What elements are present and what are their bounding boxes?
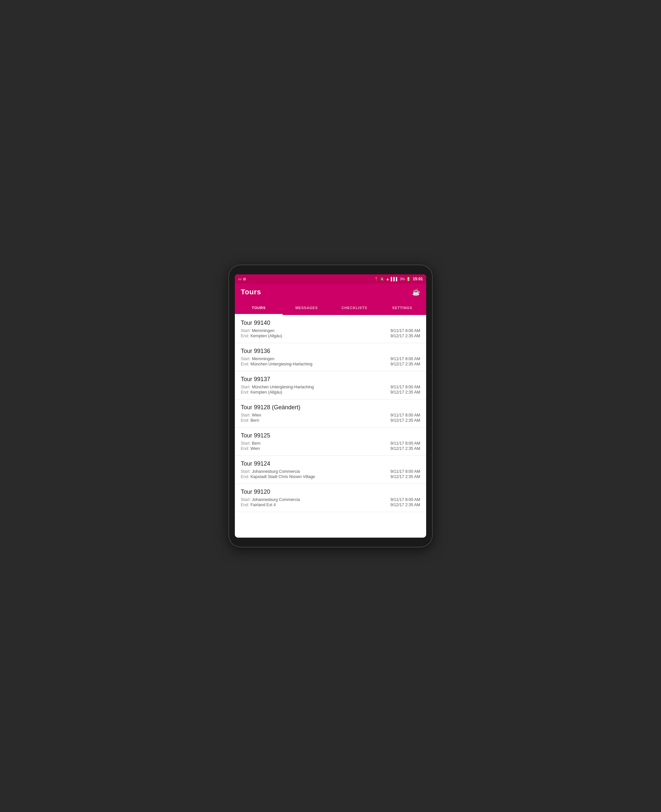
- tab-tours[interactable]: TOURS: [235, 301, 283, 315]
- tour-end-row: End: Kapstadt Stadt Chris Nissen Village…: [241, 474, 420, 479]
- end-location: Fairland Ext 4: [251, 503, 276, 507]
- list-item[interactable]: Tour 99120 Start: Johannesburg Commercia…: [235, 484, 426, 512]
- start-date: 9/11/17 8:00 AM: [390, 497, 420, 502]
- end-label: End:: [241, 474, 249, 479]
- end-date: 9/12/17 2:35 AM: [390, 334, 420, 338]
- end-label: End:: [241, 446, 249, 451]
- end-label: End:: [241, 390, 249, 395]
- list-item[interactable]: Tour 99128 (Geändert) Start: Wien 9/11/1…: [235, 400, 426, 428]
- end-date: 9/12/17 2:35 AM: [390, 390, 420, 395]
- app-title: Tours: [241, 288, 261, 296]
- tour-start-row: Start: Bern 9/11/17 8:00 AM: [241, 441, 420, 446]
- tour-start-row: Start: Johannesburg Commercia 9/11/17 8:…: [241, 469, 420, 474]
- start-location: Wien: [252, 413, 261, 417]
- start-label: Start:: [241, 469, 251, 474]
- tab-bar: TOURS MESSAGES CHECKLISTS SETTINGS: [235, 301, 426, 315]
- location-icon: 📍: [374, 277, 378, 281]
- list-item[interactable]: Tour 99140 Start: Memmingen 9/11/17 8:00…: [235, 315, 426, 343]
- tour-end-row: End: Kempten (Allgäu) 9/12/17 2:35 AM: [241, 390, 420, 395]
- end-location: Kapstadt Stadt Chris Nissen Village: [251, 474, 315, 479]
- start-date: 9/11/17 8:00 AM: [390, 469, 420, 474]
- end-date: 9/12/17 2:35 AM: [390, 503, 420, 507]
- list-item[interactable]: Tour 99137 Start: München Untergiesing-H…: [235, 371, 426, 400]
- tour-end-row: End: Bern 9/12/17 2:35 AM: [241, 418, 420, 423]
- tour-title: Tour 99120: [241, 489, 420, 495]
- tour-start-row: Start: München Untergiesing-Harlaching 9…: [241, 385, 420, 389]
- clock-time: 15:01: [413, 277, 423, 281]
- start-label: Start:: [241, 328, 251, 333]
- tour-end-location-group: End: Kempten (Allgäu): [241, 334, 282, 338]
- end-date: 9/12/17 2:35 AM: [390, 474, 420, 479]
- mute-icon: 🔇: [380, 277, 385, 281]
- tab-messages[interactable]: MESSAGES: [283, 301, 330, 315]
- end-location: Kempten (Allgäu): [251, 390, 283, 395]
- end-label: End:: [241, 503, 249, 507]
- wifi-icon: ▲: [386, 277, 390, 281]
- tour-start-location-group: Start: Memmingen: [241, 328, 275, 333]
- end-location: Kempten (Allgäu): [251, 334, 283, 338]
- start-location: Memmingen: [252, 328, 275, 333]
- start-label: Start:: [241, 385, 251, 389]
- tour-end-row: End: München Untergiesing-Harlaching 9/1…: [241, 362, 420, 366]
- tour-end-row: End: Fairland Ext 4 9/12/17 2:35 AM: [241, 503, 420, 507]
- list-item[interactable]: Tour 99124 Start: Johannesburg Commercia…: [235, 456, 426, 484]
- start-location: Johannesburg Commercia: [252, 469, 300, 474]
- tour-start-row: Start: Memmingen 9/11/17 8:00 AM: [241, 328, 420, 333]
- end-location: Wien: [251, 446, 260, 451]
- tour-end-row: End: Wien 9/12/17 2:35 AM: [241, 446, 420, 451]
- signal-icon: ▌▌▌: [391, 277, 398, 281]
- start-label: Start:: [241, 441, 251, 446]
- tour-title: Tour 99128 (Geändert): [241, 404, 420, 411]
- start-date: 9/11/17 8:00 AM: [390, 413, 420, 417]
- tab-settings[interactable]: SETTINGS: [378, 301, 426, 315]
- start-location: Memmingen: [252, 357, 275, 361]
- end-location: Bern: [251, 418, 259, 423]
- battery-icon: 🔋: [406, 277, 411, 281]
- end-date: 9/12/17 2:35 AM: [390, 446, 420, 451]
- coffee-icon[interactable]: ☕: [412, 288, 420, 296]
- end-label: End:: [241, 334, 249, 338]
- tour-title: Tour 99124: [241, 460, 420, 467]
- tablet-frame: ▭ ⊞ 📍 🔇 ▲ ▌▌▌ 3% 🔋 15:01 Tours ☕ TOURS: [229, 265, 432, 547]
- tour-title: Tour 99137: [241, 376, 420, 383]
- image-icon: ⊞: [243, 277, 246, 281]
- tablet-icon: ▭: [238, 277, 241, 281]
- status-bar: ▭ ⊞ 📍 🔇 ▲ ▌▌▌ 3% 🔋 15:01: [235, 274, 426, 283]
- start-label: Start:: [241, 413, 251, 417]
- start-date: 9/11/17 8:00 AM: [390, 441, 420, 446]
- start-location: München Untergiesing-Harlaching: [252, 385, 314, 389]
- start-date: 9/11/17 8:00 AM: [390, 385, 420, 389]
- tour-start-row: Start: Wien 9/11/17 8:00 AM: [241, 413, 420, 417]
- start-date: 9/11/17 8:00 AM: [390, 328, 420, 333]
- tablet-screen: ▭ ⊞ 📍 🔇 ▲ ▌▌▌ 3% 🔋 15:01 Tours ☕ TOURS: [235, 274, 426, 538]
- end-label: End:: [241, 418, 249, 423]
- battery-text: 3%: [400, 277, 405, 281]
- end-location: München Untergiesing-Harlaching: [251, 362, 313, 366]
- tour-title: Tour 99136: [241, 348, 420, 355]
- end-date: 9/12/17 2:35 AM: [390, 362, 420, 366]
- app-bar: Tours ☕: [235, 283, 426, 301]
- status-right-icons: 📍 🔇 ▲ ▌▌▌ 3% 🔋 15:01: [374, 277, 423, 281]
- start-location: Bern: [252, 441, 260, 446]
- start-label: Start:: [241, 357, 251, 361]
- end-date: 9/12/17 2:35 AM: [390, 418, 420, 423]
- tour-title: Tour 99140: [241, 320, 420, 326]
- start-label: Start:: [241, 497, 251, 502]
- tour-start-row: Start: Memmingen 9/11/17 8:00 AM: [241, 357, 420, 361]
- tour-title: Tour 99125: [241, 432, 420, 439]
- tour-start-row: Start: Johannesburg Commercia 9/11/17 8:…: [241, 497, 420, 502]
- tab-checklists[interactable]: CHECKLISTS: [330, 301, 378, 315]
- list-item[interactable]: Tour 99136 Start: Memmingen 9/11/17 8:00…: [235, 343, 426, 371]
- status-left-icons: ▭ ⊞: [238, 277, 246, 281]
- start-date: 9/11/17 8:00 AM: [390, 357, 420, 361]
- start-location: Johannesburg Commercia: [252, 497, 300, 502]
- end-label: End:: [241, 362, 249, 366]
- tour-end-row: End: Kempten (Allgäu) 9/12/17 2:35 AM: [241, 334, 420, 338]
- tour-list: Tour 99140 Start: Memmingen 9/11/17 8:00…: [235, 315, 426, 538]
- list-item[interactable]: Tour 99125 Start: Bern 9/11/17 8:00 AM E…: [235, 428, 426, 456]
